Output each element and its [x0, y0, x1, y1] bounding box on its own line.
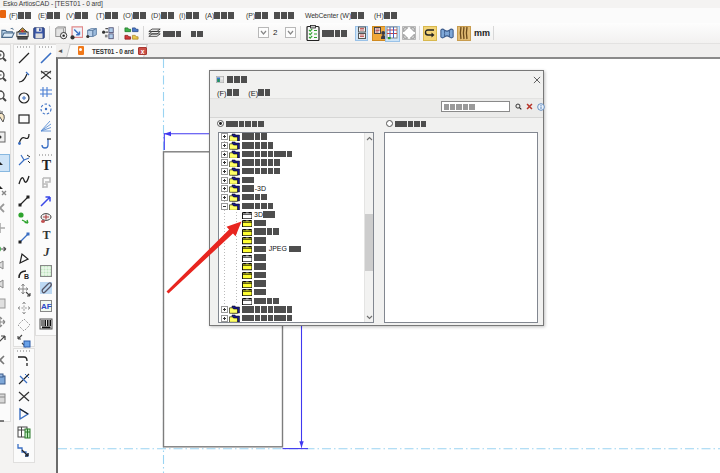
svg-text:B: B — [24, 273, 29, 280]
svg-text:AF: AF — [41, 302, 52, 311]
